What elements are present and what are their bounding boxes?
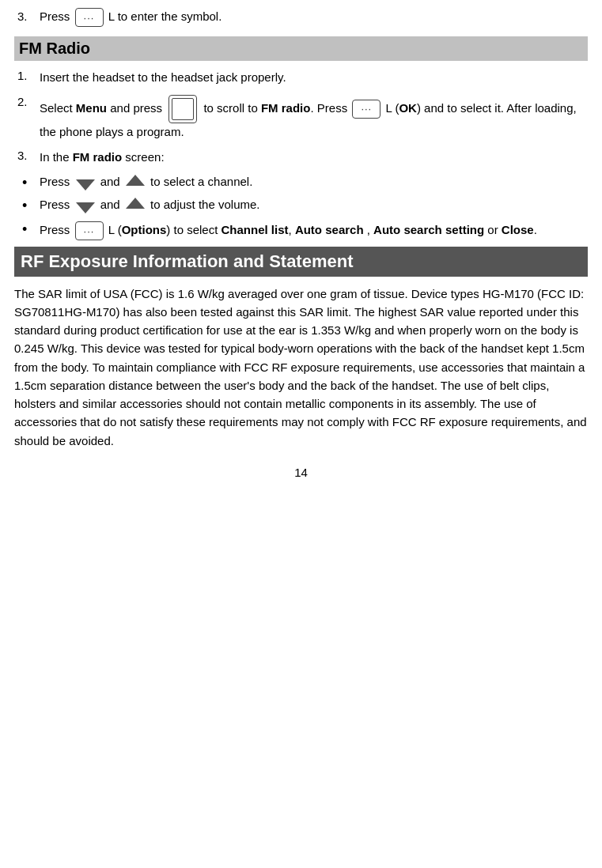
up-chevron-icon-2 <box>126 198 145 209</box>
fm-step-1-text: Insert the headset to the headset jack p… <box>40 69 588 87</box>
rf-header: RF Exposure Information and Statement <box>14 247 588 277</box>
bullet-1-text1: Press <box>40 175 70 188</box>
bullet-1-text2: and <box>100 175 120 188</box>
bullet-2-content: Press and to adjust the volume. <box>40 198 259 211</box>
up-chevron-icon-1 <box>126 175 145 186</box>
bullet-1-text3: to select a channel. <box>150 175 252 188</box>
bullet-3-bold3: Auto search <box>295 223 364 236</box>
fm-bullet-2: Press and to adjust the volume. <box>22 198 588 215</box>
step-3-content: Press L to enter the symbol. <box>40 8 221 27</box>
bullet-3-bold5: Close <box>502 223 534 236</box>
fm-step-1: Insert the headset to the headset jack p… <box>14 69 588 87</box>
fm-step-2-text1: Select <box>40 100 76 114</box>
fm-bullets-list: Press and to select a channel. Press and… <box>14 175 588 240</box>
menu-dots-icon-2 <box>352 100 381 119</box>
step-3-number: 3. <box>17 9 35 23</box>
fm-step-2: Select Menu and press to scroll to FM ra… <box>14 95 588 142</box>
fm-step-2-bold2: FM radio <box>261 100 311 114</box>
down-chevron-icon-1 <box>76 179 95 191</box>
square-icon <box>168 95 197 123</box>
bullet-2-text3: to adjust the volume. <box>150 198 259 211</box>
fm-step-3-text2: screen: <box>122 150 164 164</box>
fm-step-2-text4: . Press <box>310 100 347 114</box>
menu-dots-icon <box>75 8 104 27</box>
fm-bullet-3: Press L (Options) to select Channel list… <box>22 221 588 240</box>
bullet-2-text2: and <box>100 198 120 211</box>
fm-step-3-bold1: FM radio <box>73 150 123 164</box>
fm-radio-header: FM Radio <box>14 36 588 61</box>
bullet-3-bold4: Auto search setting <box>373 223 484 236</box>
fm-step-2-bold3: OK <box>399 100 417 114</box>
fm-step-2-bold1: Menu <box>76 100 107 114</box>
bullet-3-text1: Press <box>40 223 70 236</box>
fm-step-2-text2: and press <box>107 100 162 114</box>
step-3-press: 3. Press L to enter the symbol. <box>14 8 588 27</box>
bullet-3-text5: , <box>364 223 374 236</box>
rf-text: The SAR limit of USA (FCC) is 1.6 W/kg a… <box>14 285 588 450</box>
fm-step-2-content: Select Menu and press to scroll to FM ra… <box>40 95 588 142</box>
step-3-text-after: L to enter the symbol. <box>108 9 222 23</box>
down-chevron-icon-2 <box>76 202 95 213</box>
menu-dots-icon-3 <box>75 221 104 240</box>
bullet-3-content: Press L (Options) to select Channel list… <box>40 221 537 240</box>
fm-step-2-text3: to scroll to <box>203 100 261 114</box>
bullet-2-text1: Press <box>40 198 70 211</box>
fm-step-3-text1: In the <box>40 150 73 164</box>
bullet-3-text4: , <box>289 223 295 236</box>
bullet-3-text2: L ( <box>108 223 122 236</box>
fm-step-3-content: In the FM radio screen: <box>40 149 588 167</box>
step-3-text-before: Press <box>40 9 70 23</box>
bullet-1-content: Press and to select a channel. <box>40 175 252 188</box>
fm-step-2-text5: L ( <box>385 100 399 114</box>
fm-steps-list: Insert the headset to the headset jack p… <box>14 69 588 167</box>
bullet-3-text3: ) to select <box>166 223 221 236</box>
bullet-3-bold2: Channel list <box>221 223 289 236</box>
bullet-3-text7: . <box>534 223 537 236</box>
fm-step-3: In the FM radio screen: <box>14 149 588 167</box>
fm-bullet-1: Press and to select a channel. <box>22 175 588 192</box>
bullet-3-bold1: Options <box>122 223 167 236</box>
bullet-3-text6: or <box>484 223 502 236</box>
page-number: 14 <box>14 466 588 479</box>
